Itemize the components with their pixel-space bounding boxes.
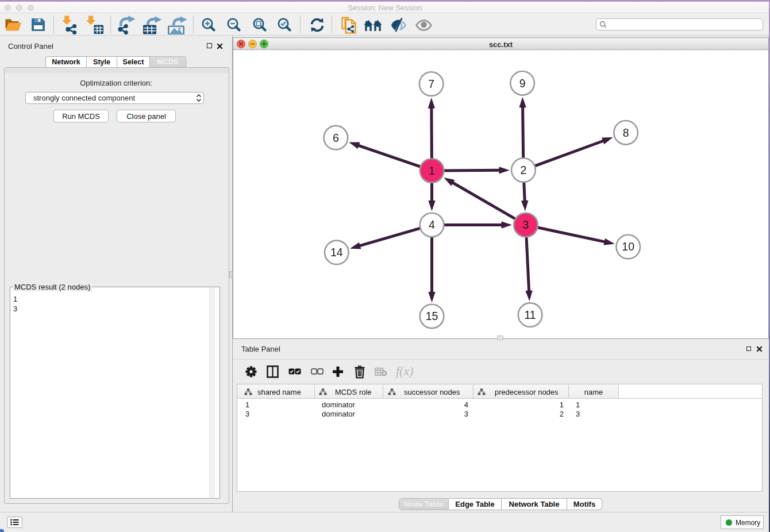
- svg-text:3: 3: [523, 218, 529, 231]
- svg-text:1: 1: [429, 164, 435, 177]
- svg-text:6: 6: [333, 132, 339, 144]
- svg-text:4: 4: [429, 218, 435, 231]
- svg-text:15: 15: [426, 310, 438, 322]
- svg-text:7: 7: [428, 78, 434, 90]
- svg-text:11: 11: [524, 309, 536, 321]
- svg-text:2: 2: [520, 164, 526, 176]
- svg-text:14: 14: [330, 246, 343, 259]
- svg-text:8: 8: [623, 126, 629, 139]
- svg-text:9: 9: [519, 77, 526, 90]
- svg-text:10: 10: [622, 240, 634, 253]
